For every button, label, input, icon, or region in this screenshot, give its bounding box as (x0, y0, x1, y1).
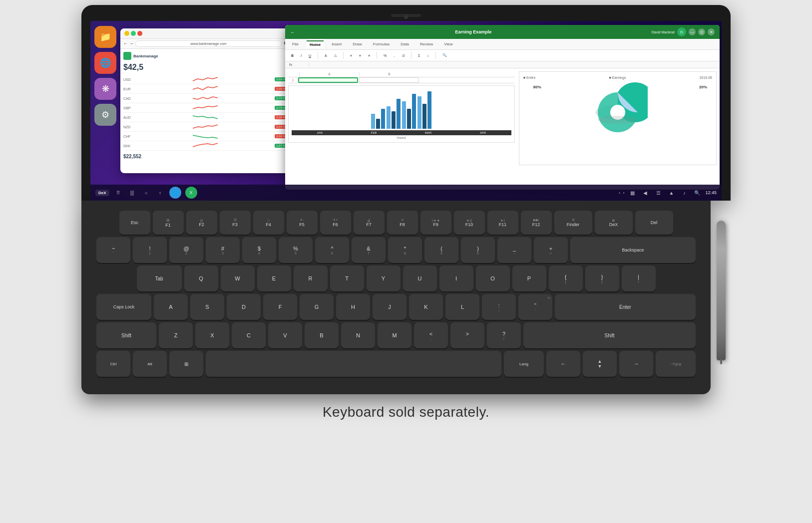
excel-close-btn[interactable]: ✕ (708, 28, 715, 35)
key-f10[interactable]: ►|| F10 (454, 211, 485, 235)
key-f4[interactable]: □ F4 (253, 211, 284, 235)
key-backspace[interactable]: Backspace (570, 237, 696, 263)
key-enter[interactable]: Enter (555, 294, 696, 320)
ribbon-percent[interactable]: % (382, 53, 389, 58)
ribbon-align-center[interactable]: ≡ (357, 53, 363, 58)
ribbon-find[interactable]: 🔍 (440, 52, 449, 58)
taskbar-wifi-icon[interactable]: ▦ (627, 188, 637, 198)
ribbon-align-left[interactable]: ≡ (348, 53, 354, 58)
excel-back-icon[interactable]: ← (290, 29, 295, 35)
ribbon-bold[interactable]: B (289, 53, 296, 58)
key-i[interactable]: I (439, 265, 473, 291)
excel-tab-home[interactable]: Home (307, 40, 324, 48)
key-5[interactable]: % 5 (279, 237, 313, 263)
browser-minimize-btn[interactable] (124, 31, 129, 36)
sidebar-icon-myfiles[interactable]: 📁 (94, 26, 116, 48)
key-2[interactable]: @ 2 (169, 237, 203, 263)
browser-window[interactable]: ← → www.bankmanage.com ↻ Bankmanage $42,… (120, 28, 290, 173)
ribbon-sort[interactable]: ↕ (425, 53, 431, 58)
taskbar-circle-icon[interactable]: ○ (141, 188, 151, 198)
key-backslash[interactable]: | \ (622, 265, 656, 291)
key-f2[interactable]: ||| F2 (186, 211, 217, 235)
key-x[interactable]: X (195, 322, 229, 348)
ribbon-dec-inc[interactable]: .0 (400, 53, 406, 58)
key-f1[interactable]: ⊞ F1 (153, 211, 184, 235)
browser-forward-icon[interactable]: → (129, 41, 133, 46)
excel-maximize-btn[interactable]: ⊡ (698, 28, 705, 35)
key-open-bracket[interactable]: { [ (549, 265, 583, 291)
key-finder[interactable]: ⚙ Finder (554, 211, 592, 235)
key-semicolon[interactable]: : ; (482, 294, 516, 320)
ribbon-underline[interactable]: U (307, 53, 313, 58)
taskbar-sound-icon[interactable]: ♪ (679, 188, 689, 198)
key-f5[interactable]: ☀- F5 (287, 211, 318, 235)
key-arrow-left[interactable]: ← (546, 351, 580, 377)
cell-a1[interactable] (298, 77, 358, 83)
taskbar-search-icon[interactable]: 🔍 (692, 188, 702, 198)
key-o[interactable]: O (476, 265, 510, 291)
key-slash[interactable]: ? / (487, 322, 521, 348)
ribbon-font-color[interactable]: A (323, 53, 329, 58)
key-m[interactable]: M (378, 322, 411, 348)
key-0[interactable]: ) 0 (461, 237, 495, 263)
browser-back-icon[interactable]: ← (123, 41, 127, 46)
key-y[interactable]: Y (367, 265, 401, 291)
excel-tab-insert[interactable]: Insert (329, 41, 345, 47)
taskbar-nav-next[interactable]: › (623, 191, 625, 195)
sidebar-icon-settings[interactable]: ⚙ (94, 104, 116, 126)
sidebar-icon-internet[interactable]: 🌐 (94, 52, 116, 74)
key-c[interactable]: C (232, 322, 266, 348)
excel-tab-draw[interactable]: Draw (350, 41, 365, 47)
excel-window[interactable]: ← Earning Example David Macleod D — ⊡ ✕ (285, 25, 720, 190)
ribbon-sum[interactable]: Σ (416, 53, 422, 58)
key-h[interactable]: H (336, 294, 370, 320)
key-t[interactable]: T (330, 265, 364, 291)
key-f8[interactable]: ✕ F8 (387, 211, 418, 235)
key-dex[interactable]: 🖥 DeX (595, 211, 633, 235)
key-alt-left[interactable]: Alt (133, 351, 167, 377)
key-f6[interactable]: ☀+ F6 (320, 211, 351, 235)
taskbar-app-excel[interactable]: X (185, 187, 197, 199)
key-u[interactable]: U (403, 265, 437, 291)
key-9[interactable]: ( 9 (424, 237, 458, 263)
key-f[interactable]: F (263, 294, 297, 320)
ribbon-fill[interactable]: △ (332, 52, 339, 58)
key-f3[interactable]: ☰ F3 (220, 211, 251, 235)
key-esc[interactable]: Esc (119, 211, 150, 235)
key-f11[interactable]: ►| F11 (487, 211, 518, 235)
excel-tab-review[interactable]: Review (417, 41, 436, 47)
taskbar-settings-icon[interactable]: ☰ (653, 188, 663, 198)
key-lang[interactable]: Lang (504, 351, 544, 377)
key-q[interactable]: Q (184, 265, 218, 291)
taskbar-lines-icon[interactable]: ||| (127, 188, 137, 198)
key-z[interactable]: Z (159, 322, 193, 348)
key-v[interactable]: V (268, 322, 302, 348)
browser-close-btn[interactable] (137, 31, 142, 36)
key-s[interactable]: S (190, 294, 224, 320)
key-b[interactable]: B (305, 322, 339, 348)
excel-minimize-btn[interactable]: — (689, 28, 696, 35)
key-k[interactable]: K (409, 294, 443, 320)
key-a[interactable]: A (154, 294, 188, 320)
key-e[interactable]: E (257, 265, 291, 291)
browser-url-bar[interactable]: www.bankmanage.com (135, 40, 282, 47)
browser-maximize-btn[interactable] (131, 31, 136, 36)
ribbon-italic[interactable]: I (299, 53, 304, 58)
key-equals[interactable]: + = (534, 237, 568, 263)
key-1[interactable]: ! 1 (133, 237, 167, 263)
key-l[interactable]: L (445, 294, 479, 320)
ribbon-comma[interactable]: , (392, 53, 397, 58)
taskbar-app-browser[interactable]: 🌐 (169, 187, 181, 199)
key-period[interactable]: > . (450, 322, 484, 348)
excel-tab-file[interactable]: File (289, 41, 302, 47)
key-shift-right[interactable]: Shift (523, 322, 696, 348)
taskbar-volume-icon[interactable]: ◀ (640, 188, 650, 198)
key-6[interactable]: ^ 6 (315, 237, 349, 263)
key-w[interactable]: W (221, 265, 255, 291)
key-shift-left[interactable]: Shift (96, 322, 156, 348)
key-f7[interactable]: 🖨 F7 (354, 211, 385, 235)
key-tab[interactable]: Tab (137, 265, 182, 291)
key-backtick[interactable]: ~ ` (96, 237, 130, 263)
sidebar-icon-gallery[interactable]: ❋ (94, 78, 116, 100)
key-8[interactable]: * 8 (388, 237, 422, 263)
